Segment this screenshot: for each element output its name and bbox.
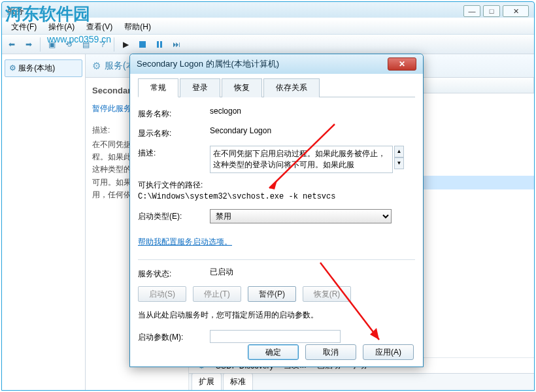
properties-dialog: Secondary Logon 的属性(本地计算机) ✕ 常规 登录 恢复 依存…: [129, 54, 424, 367]
stop-icon[interactable]: [135, 37, 150, 52]
restart-icon[interactable]: ⏭: [169, 37, 184, 52]
startup-type-label: 启动类型(E):: [138, 209, 210, 222]
service-name-value: seclogon: [210, 106, 415, 116]
close-button[interactable]: ✕: [503, 5, 529, 17]
tab-extended[interactable]: 扩展: [192, 373, 222, 390]
ok-button[interactable]: 确定: [248, 344, 299, 360]
start-params-label: 启动参数(M):: [138, 330, 210, 343]
separator: [114, 37, 114, 52]
start-icon[interactable]: ▶: [118, 37, 133, 52]
pause-icon[interactable]: [152, 37, 167, 52]
tab-general[interactable]: 常规: [138, 78, 178, 97]
cancel-button[interactable]: 取消: [305, 344, 356, 360]
startup-type-select[interactable]: 禁用: [210, 209, 392, 223]
start-button[interactable]: 启动(S): [138, 286, 186, 302]
view-tabs: 扩展 标准: [189, 373, 534, 390]
dialog-titlebar: Secondary Logon 的属性(本地计算机) ✕: [130, 54, 423, 74]
nav-item-label: 服务(本地): [18, 63, 55, 73]
tab-recovery[interactable]: 恢复: [222, 78, 262, 97]
dialog-close-button[interactable]: ✕: [388, 57, 416, 71]
description-textarea[interactable]: 在不同凭据下启用启动过程。如果此服务被停止，这种类型的登录访问将不可用。如果此服: [210, 146, 393, 173]
separator: [40, 37, 41, 52]
dialog-tabs: 常规 登录 恢复 依存关系: [138, 78, 415, 97]
description-label: 描述:: [138, 146, 210, 159]
divider: [138, 259, 415, 260]
service-status-label: 服务状态:: [138, 267, 210, 280]
display-name-value: Secondary Logon: [210, 126, 415, 135]
maximize-button[interactable]: □: [483, 5, 500, 17]
start-params-input[interactable]: [210, 330, 341, 343]
help-link[interactable]: 帮助我配置服务启动选项。: [138, 237, 232, 248]
gear-icon: ⚙: [92, 60, 101, 72]
service-status-value: 已启动: [210, 267, 415, 278]
exe-path-value: C:\Windows\system32\svchost.exe -k netsv…: [138, 192, 415, 201]
tab-dependencies[interactable]: 依存关系: [263, 78, 320, 97]
nav-tree: ⚙ 服务(本地): [2, 54, 86, 390]
tab-logon[interactable]: 登录: [180, 78, 220, 97]
exe-path-label: 可执行文件的路径:: [138, 180, 415, 191]
menu-help[interactable]: 帮助(H): [119, 20, 156, 34]
service-name-label: 服务名称:: [138, 106, 210, 120]
watermark-url: www.pc0359.cn: [47, 34, 111, 44]
back-icon[interactable]: ⬅: [5, 37, 19, 52]
gear-icon: ⚙: [9, 63, 16, 73]
start-params-note: 当从此处启动服务时，您可指定所适用的启动参数。: [138, 310, 415, 321]
scroll-down-icon[interactable]: ▼: [394, 157, 404, 169]
tab-standard[interactable]: 标准: [223, 373, 253, 390]
scroll-up-icon[interactable]: ▲: [394, 146, 404, 157]
watermark-logo: 河东软件园: [5, 3, 90, 25]
nav-services-local[interactable]: ⚙ 服务(本地): [5, 59, 82, 77]
display-name-label: 显示名称:: [138, 126, 210, 139]
minimize-button[interactable]: —: [463, 5, 480, 17]
dialog-title: Secondary Logon 的属性(本地计算机): [137, 58, 388, 70]
resume-button[interactable]: 恢复(R): [303, 286, 351, 302]
apply-button[interactable]: 应用(A): [363, 344, 414, 360]
forward-icon[interactable]: ➡: [22, 37, 36, 52]
stop-button[interactable]: 停止(T): [193, 286, 241, 302]
pause-button[interactable]: 暂停(P): [248, 286, 296, 302]
